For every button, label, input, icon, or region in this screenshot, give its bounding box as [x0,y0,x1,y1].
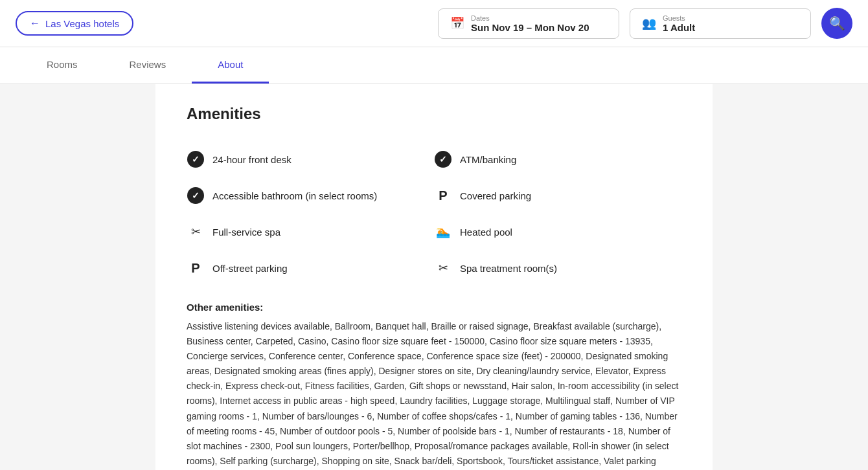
tab-rooms[interactable]: Rooms [21,47,104,84]
amenity-label: ATM/banking [460,154,516,165]
amenity-atm: ✓ ATM/banking [434,141,681,177]
tab-about[interactable]: About [192,47,269,84]
amenity-24h-desk: ✓ 24-hour front desk [187,141,434,177]
amenity-label: Full-service spa [212,227,280,238]
date-info: Dates Sun Nov 19 – Mon Nov 20 [471,14,589,33]
amenity-label: Off-street parking [212,263,288,274]
amenity-accessible-bathroom: ✓ Accessible bathroom (in select rooms) [187,177,434,214]
search-button[interactable]: 🔍 [821,8,852,39]
amenity-spa: ✂ Full-service spa [187,214,434,250]
dates-label: Dates [471,14,589,22]
amenities-title: Amenities [187,105,681,123]
dates-value: Sun Nov 19 – Mon Nov 20 [471,22,589,33]
amenity-label: Accessible bathroom (in select rooms) [212,190,377,201]
other-amenities-text: Assistive listening devices available, B… [187,319,681,470]
guests-info: Guests 1 Adult [663,14,695,33]
spa-icon: ✂ [191,225,201,239]
guests-selector[interactable]: 👥 Guests 1 Adult [630,8,811,39]
calendar-icon: 📅 [450,16,464,30]
search-icon: 🔍 [829,16,845,31]
check-icon: ✓ [187,187,204,204]
check-icon: ✓ [435,151,451,168]
back-button[interactable]: ← Las Vegas hotels [16,11,133,36]
other-amenities-title: Other amenities: [187,302,681,313]
amenities-grid: ✓ 24-hour front desk ✓ ATM/banking ✓ Acc… [187,141,681,286]
back-label: Las Vegas hotels [45,18,119,29]
parking-icon: P [191,261,200,276]
amenity-spa-treatment: ✂ Spa treatment room(s) [434,250,681,286]
tab-reviews[interactable]: Reviews [104,47,192,84]
main-content: Amenities ✓ 24-hour front desk ✓ ATM/ban… [155,84,713,470]
header: ← Las Vegas hotels 📅 Dates Sun Nov 19 – … [0,0,868,47]
amenity-off-street-parking: P Off-street parking [187,250,434,286]
guests-label: Guests [663,14,695,22]
amenity-label: Heated pool [460,227,512,238]
guests-icon: 👥 [642,16,656,30]
amenity-label: Spa treatment room(s) [460,263,557,274]
parking-icon: P [439,188,447,203]
date-selector[interactable]: 📅 Dates Sun Nov 19 – Mon Nov 20 [438,8,619,39]
amenity-heated-pool: 🏊 Heated pool [434,214,681,250]
check-icon: ✓ [187,151,204,168]
amenity-label: Covered parking [460,190,531,201]
pool-icon: 🏊 [436,225,450,239]
other-amenities-section: Other amenities: Assistive listening dev… [187,302,681,470]
spa-treatment-icon: ✂ [439,261,448,275]
tabs-bar: Rooms Reviews About [0,47,868,84]
back-arrow-icon: ← [30,17,40,29]
guests-value: 1 Adult [663,22,695,33]
amenity-covered-parking: P Covered parking [434,177,681,214]
amenity-label: 24-hour front desk [212,154,291,165]
